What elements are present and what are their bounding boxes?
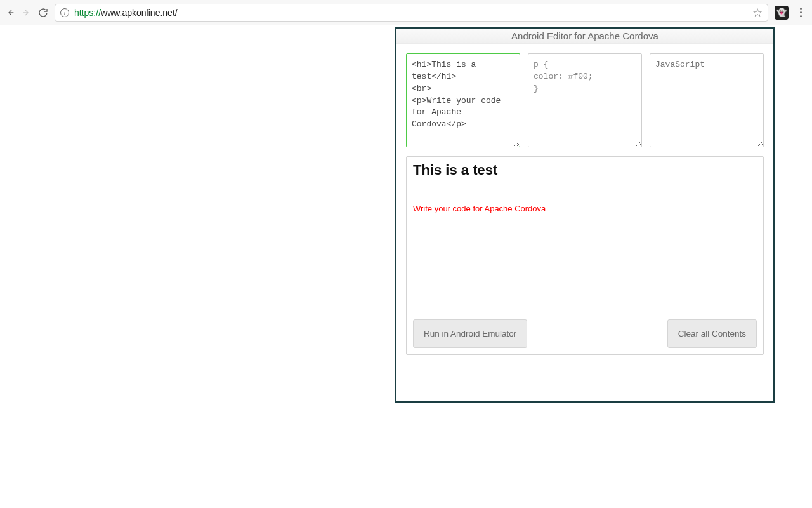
- clear-contents-button[interactable]: Clear all Contents: [667, 319, 757, 348]
- css-code-input[interactable]: [528, 53, 642, 147]
- code-editor-row: [396, 44, 773, 147]
- browser-menu-button[interactable]: [795, 8, 807, 17]
- js-code-input[interactable]: [650, 53, 764, 147]
- arrow-right-icon: [22, 7, 32, 18]
- preview-panel: This is a test Write your code for Apach…: [406, 156, 764, 355]
- dot-icon: [800, 11, 802, 13]
- extension-icon[interactable]: 👻: [775, 6, 789, 20]
- bookmark-star-icon[interactable]: ☆: [752, 6, 763, 20]
- browser-chrome: i https://www.apkonline.net/ ☆ 👻: [0, 0, 812, 25]
- arrow-left-icon: [5, 7, 15, 18]
- dot-icon: [800, 15, 802, 17]
- preview-heading: This is a test: [413, 162, 757, 178]
- editor-window: Android Editor for Apache Cordova This i…: [395, 27, 775, 403]
- run-emulator-button[interactable]: Run in Android Emulator: [413, 319, 527, 348]
- action-button-row: Run in Android Emulator Clear all Conten…: [413, 319, 757, 348]
- preview-content: This is a test Write your code for Apach…: [413, 162, 757, 319]
- url-bar[interactable]: i https://www.apkonline.net/ ☆: [55, 4, 768, 22]
- url-text: https://www.apkonline.net/: [74, 8, 747, 18]
- html-code-input[interactable]: [406, 53, 520, 147]
- reload-button[interactable]: [38, 8, 48, 18]
- editor-title: Android Editor for Apache Cordova: [396, 29, 773, 44]
- reload-icon: [38, 7, 48, 18]
- site-info-icon[interactable]: i: [60, 8, 69, 17]
- forward-button[interactable]: [22, 8, 32, 18]
- back-button[interactable]: [5, 8, 15, 18]
- ghost-icon: 👻: [776, 8, 787, 17]
- dot-icon: [800, 8, 802, 10]
- preview-paragraph: Write your code for Apache Cordova: [413, 181, 757, 213]
